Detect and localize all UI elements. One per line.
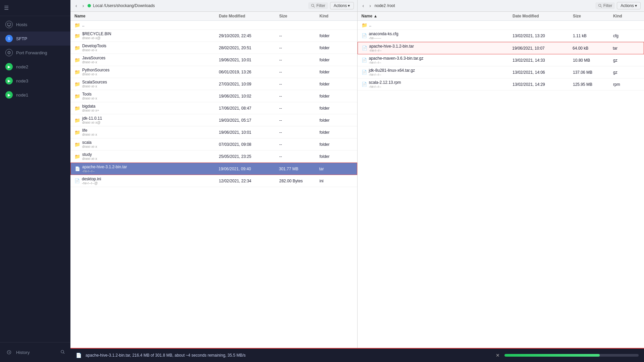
- port-icon: [5, 49, 13, 56]
- node3-icon: ▶: [5, 77, 13, 84]
- folder-icon: 📁: [74, 106, 80, 111]
- table-row[interactable]: 📄 scala-2.12.13.rpm -rw-r--r-- 13/02/202…: [358, 78, 644, 90]
- file-name-cell: 📁 JavaSources drwxr-xr-x: [74, 56, 219, 64]
- right-forward-button[interactable]: ›: [368, 2, 373, 9]
- file-size: --: [279, 94, 320, 99]
- file-perms: drwxr-xr-x: [82, 145, 97, 148]
- file-kind: gz: [613, 70, 640, 75]
- left-back-button[interactable]: ‹: [74, 2, 79, 9]
- file-date: 19/06/2021, 10:07: [512, 46, 573, 51]
- table-row[interactable]: 📁 jdk-11.0.11 drwxr-xr-x@ 19/03/2021, 05…: [70, 114, 357, 126]
- main-content: ‹ › Local /Users/shockang/Downloads Filt…: [70, 0, 644, 362]
- right-col-size[interactable]: Size: [573, 14, 613, 18]
- folder-icon: 📁: [74, 45, 80, 51]
- table-row[interactable]: 📁 life drwxr-xr-x 19/06/2021, 10:01 -- f…: [70, 126, 357, 138]
- file-date: 17/06/2021, 08:47: [219, 106, 279, 111]
- file-size: --: [279, 82, 320, 86]
- history-icon: [5, 349, 13, 356]
- file-name-cell: 📄 scala-2.12.13.rpm -rw-r--r--: [362, 80, 513, 88]
- file-name-text: life drwxr-xr-x: [82, 128, 97, 136]
- file-name-cell: 📁 ..: [362, 22, 513, 28]
- left-col-date[interactable]: Date Modified: [219, 14, 279, 18]
- table-row[interactable]: 📁 ScalaSources drwxr-xr-x 27/03/2021, 10…: [70, 78, 357, 90]
- table-row[interactable]: 📄 anaconda-ks.cfg -rw------- 13/02/2021,…: [358, 30, 644, 42]
- file-size: --: [279, 58, 320, 62]
- table-row[interactable]: 📄 apache-maven-3.6.3-bin.tar.gz -rw-r--r…: [358, 54, 644, 66]
- file-name-cell: 📁 ScalaSources drwxr-xr-x: [74, 80, 219, 88]
- table-row[interactable]: 📁 DevelopTools drwxr-xr-x 28/02/2021, 20…: [70, 42, 357, 54]
- file-date: 28/02/2021, 20:51: [219, 46, 279, 50]
- table-row[interactable]: 📁 ..: [70, 21, 357, 30]
- file-name-cell: 📁 DevelopTools drwxr-xr-x: [74, 44, 219, 52]
- sidebar-item-hosts[interactable]: Hosts: [0, 17, 70, 32]
- left-col-kind[interactable]: Kind: [320, 14, 353, 18]
- sidebar-label-node3: node3: [16, 78, 28, 83]
- file-perms: -rw-r--r--: [369, 49, 414, 52]
- file-name-main: jdk-11.0.11: [82, 116, 102, 121]
- history-search-icon[interactable]: [60, 350, 65, 355]
- right-filter-box[interactable]: Filter: [595, 2, 615, 9]
- file-size: 282.00 Bytes: [279, 179, 320, 183]
- right-col-name[interactable]: Name ▲: [362, 14, 513, 18]
- transfer-close-button[interactable]: ✕: [495, 352, 500, 359]
- file-size: --: [279, 34, 320, 38]
- sidebar-item-sftp[interactable]: S SFTP: [0, 32, 70, 46]
- table-row[interactable]: 📄 jdk-8u281-linux-x64.tar.gz -rw-r--r-- …: [358, 66, 644, 78]
- file-kind: folder: [320, 70, 353, 74]
- table-row[interactable]: 📁 ..: [358, 21, 644, 30]
- hamburger-icon[interactable]: ☰: [3, 3, 10, 12]
- file-name-cell: 📁 bigdata drwxr-xr-x+: [74, 104, 219, 112]
- file-size: --: [279, 130, 320, 135]
- sidebar-section-main: Hosts S SFTP Port Forwarding ▶ node2 ▶ n…: [0, 16, 70, 103]
- file-icon: 📄: [75, 166, 80, 171]
- right-actions-button[interactable]: Actions ▾: [617, 2, 641, 9]
- file-name-main: apache-maven-3.6.3-bin.tar.gz: [369, 56, 424, 61]
- right-back-button[interactable]: ‹: [361, 2, 366, 9]
- left-col-size[interactable]: Size: [279, 14, 320, 18]
- file-kind: folder: [320, 106, 353, 111]
- file-date: 25/05/2021, 23:25: [219, 154, 279, 159]
- table-row[interactable]: 📄 desktop.ini -rw-r--r--@ 12/02/2021, 22…: [70, 175, 357, 187]
- file-name-main: ..: [82, 23, 85, 27]
- file-name-main: Tools: [82, 92, 97, 97]
- sidebar-item-node3[interactable]: ▶ node3: [0, 74, 70, 88]
- table-row[interactable]: 📁 Tools drwxr-xr-x 19/06/2021, 10:02 -- …: [70, 90, 357, 102]
- table-row[interactable]: 📄 apache-hive-3.1.2-bin.tar -rw-r--r-- 1…: [358, 42, 644, 54]
- file-date: 19/06/2021, 10:01: [219, 58, 279, 62]
- file-perms: drwxr-xr-x: [82, 48, 106, 52]
- left-actions-button[interactable]: Actions ▾: [330, 2, 354, 9]
- table-row[interactable]: 📁 PythonSources drwxr-xr-x 06/01/2019, 1…: [70, 66, 357, 78]
- sidebar-item-history[interactable]: History: [0, 345, 70, 359]
- right-actions-label: Actions ▾: [621, 3, 637, 8]
- file-date: 19/06/2021, 09:40: [219, 167, 279, 171]
- table-row[interactable]: 📁 scala drwxr-xr-x 07/03/2021, 09:08 -- …: [70, 138, 357, 150]
- folder-icon: 📁: [74, 94, 80, 99]
- file-size: 64.00 kB: [573, 46, 613, 51]
- right-path: node2 /root: [375, 3, 593, 8]
- file-perms: drwxr-xr-x: [82, 84, 107, 88]
- file-name-text: JavaSources drwxr-xr-x: [82, 56, 105, 64]
- node1-icon: ▶: [5, 91, 13, 99]
- file-date: 29/10/2020, 22:45: [219, 34, 279, 38]
- file-date: 13/02/2021, 14:33: [513, 58, 573, 63]
- table-row[interactable]: 📁 bigdata drwxr-xr-x+ 17/06/2021, 08:47 …: [70, 102, 357, 114]
- sidebar-item-node2[interactable]: ▶ node2: [0, 60, 70, 74]
- sidebar-item-port-forwarding[interactable]: Port Forwarding: [0, 46, 70, 60]
- file-name-main: DevelopTools: [82, 44, 106, 48]
- table-row[interactable]: 📁 study drwxr-xr-x 25/05/2021, 23:25 -- …: [70, 150, 357, 163]
- left-filter-label: Filter: [316, 3, 325, 8]
- left-filter-box[interactable]: Filter: [308, 2, 328, 9]
- folder-icon: 📁: [74, 118, 80, 123]
- right-col-date[interactable]: Date Modified: [513, 14, 573, 18]
- left-forward-button[interactable]: ›: [81, 2, 86, 9]
- right-col-kind[interactable]: Kind: [613, 14, 640, 18]
- sidebar-item-node1[interactable]: ▶ node1: [0, 88, 70, 102]
- right-filter-icon: [598, 4, 602, 8]
- table-row[interactable]: 📁 JavaSources drwxr-xr-x 19/06/2021, 10:…: [70, 54, 357, 66]
- file-kind: folder: [320, 46, 353, 50]
- file-icon: 📄: [362, 33, 367, 38]
- file-name-cell: 📄 apache-hive-3.1.2-bin.tar -rw-r--r--: [75, 165, 219, 173]
- left-col-name[interactable]: Name: [74, 14, 219, 18]
- table-row[interactable]: 📄 apache-hive-3.1.2-bin.tar -rw-r--r-- 1…: [70, 163, 357, 175]
- table-row[interactable]: 📁 $RECYCLE.BIN drwxr-xr-x@ 29/10/2020, 2…: [70, 30, 357, 42]
